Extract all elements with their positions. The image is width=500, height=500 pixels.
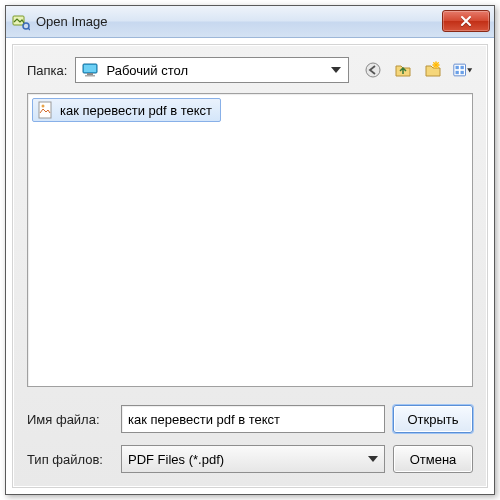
filename-row: Имя файла: Открыть bbox=[27, 405, 473, 433]
cancel-button[interactable]: Отмена bbox=[393, 445, 473, 473]
filetype-value: PDF Files (*.pdf) bbox=[128, 452, 368, 467]
monitor-icon bbox=[80, 60, 100, 80]
svg-rect-5 bbox=[87, 73, 93, 75]
chevron-down-icon bbox=[331, 67, 341, 73]
svg-rect-10 bbox=[456, 66, 459, 69]
view-menu-icon[interactable] bbox=[453, 60, 473, 80]
look-in-row: Папка: Рабочий стол bbox=[27, 57, 473, 83]
titlebar[interactable]: Open Image bbox=[6, 6, 494, 38]
back-icon[interactable] bbox=[363, 60, 383, 80]
svg-rect-4 bbox=[84, 65, 96, 72]
look-in-value: Рабочий стол bbox=[106, 63, 325, 78]
filetype-label: Тип файлов: bbox=[27, 452, 113, 467]
open-image-icon bbox=[12, 13, 30, 31]
look-in-combo[interactable]: Рабочий стол bbox=[75, 57, 349, 83]
file-item-label: как перевести pdf в текст bbox=[60, 103, 212, 118]
filename-label: Имя файла: bbox=[27, 412, 113, 427]
folder-label: Папка: bbox=[27, 63, 67, 78]
close-button[interactable] bbox=[442, 10, 490, 32]
svg-rect-14 bbox=[39, 102, 51, 118]
svg-point-15 bbox=[42, 105, 45, 108]
svg-line-2 bbox=[28, 28, 30, 30]
open-button[interactable]: Открыть bbox=[393, 405, 473, 433]
svg-point-7 bbox=[366, 63, 380, 77]
svg-rect-12 bbox=[456, 71, 459, 74]
image-file-icon bbox=[37, 101, 55, 119]
chevron-down-icon bbox=[368, 456, 378, 462]
svg-rect-13 bbox=[461, 71, 464, 74]
bottom-panel: Имя файла: Открыть Тип файлов: PDF Files… bbox=[27, 405, 473, 473]
up-folder-icon[interactable] bbox=[393, 60, 413, 80]
new-folder-icon[interactable] bbox=[423, 60, 443, 80]
open-file-dialog: Open Image Папка: Рабочий стол bbox=[5, 5, 495, 495]
window-title: Open Image bbox=[36, 14, 442, 29]
svg-rect-11 bbox=[461, 66, 464, 69]
file-item-selected[interactable]: как перевести pdf в текст bbox=[32, 98, 221, 122]
filetype-combo[interactable]: PDF Files (*.pdf) bbox=[121, 445, 385, 473]
dialog-body: Папка: Рабочий стол bbox=[12, 44, 488, 488]
file-list[interactable]: как перевести pdf в текст bbox=[27, 93, 473, 387]
filetype-row: Тип файлов: PDF Files (*.pdf) Отмена bbox=[27, 445, 473, 473]
filename-input[interactable] bbox=[121, 405, 385, 433]
nav-toolbar bbox=[363, 60, 473, 80]
svg-rect-6 bbox=[85, 75, 95, 77]
